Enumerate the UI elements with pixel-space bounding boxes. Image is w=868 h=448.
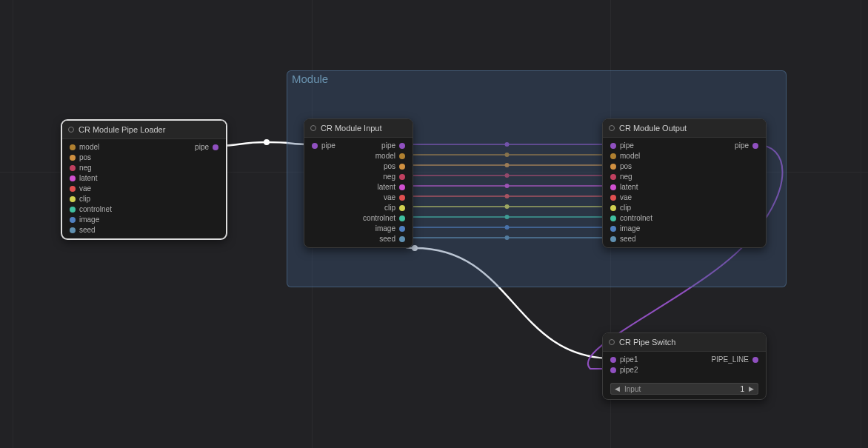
port-icon[interactable] [399,184,405,190]
slot-label: latent [79,173,97,184]
port-icon[interactable] [399,205,405,211]
collapse-icon[interactable] [609,339,615,345]
node-cr-module-output[interactable]: CR Module Output pipepipemodelposneglate… [602,118,767,248]
port-icon[interactable] [610,164,616,170]
port-icon[interactable] [752,143,758,149]
port-icon[interactable] [610,184,616,190]
collapse-icon[interactable] [310,125,316,131]
input-pipe2[interactable]: pipe2 [610,365,638,375]
port-icon[interactable] [399,143,405,149]
input-vae[interactable]: vae [610,193,632,203]
port-icon[interactable] [610,205,616,211]
node-titlebar[interactable]: CR Module Output [603,119,766,138]
output-controlnet[interactable]: controlnet [363,213,405,224]
port-icon[interactable] [399,153,405,159]
slot-label: seed [620,234,636,244]
output-model[interactable]: model [375,151,405,161]
output-seed[interactable]: seed [379,234,405,244]
port-icon[interactable] [70,155,76,161]
port-icon[interactable] [610,357,616,363]
output-vae[interactable]: vae [384,193,405,203]
input-pos[interactable]: pos [610,161,632,172]
output-pipe[interactable]: pipe [735,141,758,151]
port-icon[interactable] [610,226,616,232]
chevron-left-icon[interactable]: ◀ [615,385,620,392]
slot-label: latent [378,182,395,193]
output-latent[interactable]: latent [378,182,405,193]
input-vae[interactable]: vae [70,184,91,194]
input-image[interactable]: image [610,224,640,234]
input-pipe[interactable]: pipe [312,141,335,151]
input-controlnet[interactable]: controlnet [70,204,112,215]
port-icon[interactable] [70,144,76,150]
port-icon[interactable] [70,165,76,171]
port-icon[interactable] [399,226,405,232]
input-image[interactable]: image [70,215,99,225]
slot-label: image [375,224,395,234]
output-pipe[interactable]: pipe [381,141,405,151]
input-model[interactable]: model [70,142,99,153]
output-pipe[interactable]: pipe [195,142,218,153]
slot-label: vae [384,193,395,203]
port-icon[interactable] [70,207,76,213]
output-pos[interactable]: pos [384,161,405,172]
slot-label: image [620,224,640,234]
slot-label: controlnet [79,204,112,215]
output-neg[interactable]: neg [383,172,405,182]
port-icon[interactable] [399,164,405,170]
input-model[interactable]: model [610,151,640,161]
port-icon[interactable] [610,153,616,159]
collapse-icon[interactable] [609,125,615,131]
port-icon[interactable] [399,215,405,221]
input-pipe[interactable]: pipe [610,141,634,151]
node-cr-module-pipe-loader[interactable]: CR Module Pipe Loader modelpipeposneglat… [61,120,227,239]
port-icon[interactable] [610,367,616,373]
input-clip[interactable]: clip [70,194,90,204]
node-titlebar[interactable]: CR Pipe Switch [603,333,766,352]
input-controlnet[interactable]: controlnet [610,213,652,224]
input-seed[interactable]: seed [610,234,636,244]
chevron-right-icon[interactable]: ▶ [749,385,754,392]
port-icon[interactable] [70,175,76,181]
port-icon[interactable] [312,143,318,149]
port-icon[interactable] [752,357,758,363]
node-title: CR Module Output [619,124,687,133]
slot-label: neg [79,163,92,173]
input-neg[interactable]: neg [70,163,92,173]
node-cr-module-input[interactable]: CR Module Input pipepipemodelposneglaten… [304,118,413,248]
input-seed[interactable]: seed [70,225,96,235]
port-icon[interactable] [610,143,616,149]
node-titlebar[interactable]: CR Module Input [304,119,413,138]
slot-label: vae [620,193,632,203]
port-icon[interactable] [610,215,616,221]
slot-label: pipe [321,141,335,151]
node-cr-pipe-switch[interactable]: CR Pipe Switch pipe1PIPE_LINEpipe2 ◀ Inp… [602,332,767,400]
port-icon[interactable] [399,236,405,242]
node-title: CR Module Input [321,124,382,133]
input-latent[interactable]: latent [610,182,638,193]
output-image[interactable]: image [375,224,405,234]
port-icon[interactable] [70,217,76,223]
input-pos[interactable]: pos [70,153,91,163]
port-icon[interactable] [399,195,405,201]
input-neg[interactable]: neg [610,172,632,182]
port-icon[interactable] [610,195,616,201]
port-icon[interactable] [70,186,76,192]
input-pipe1[interactable]: pipe1 [610,355,638,365]
input-selector-widget[interactable]: ◀ Input 1 ▶ [610,383,758,395]
widget-label: Input [624,385,735,393]
port-icon[interactable] [70,196,76,202]
node-titlebar[interactable]: CR Module Pipe Loader [62,121,226,139]
port-icon[interactable] [610,174,616,180]
port-icon[interactable] [213,144,218,150]
output-PIPE_LINE[interactable]: PIPE_LINE [711,355,758,365]
input-latent[interactable]: latent [70,173,97,184]
input-clip[interactable]: clip [610,203,631,213]
slot-label: model [79,142,99,153]
output-clip[interactable]: clip [384,203,405,213]
port-icon[interactable] [610,236,616,242]
collapse-icon[interactable] [68,127,74,133]
slot-label: clip [620,203,631,213]
port-icon[interactable] [399,174,405,180]
port-icon[interactable] [70,227,76,233]
